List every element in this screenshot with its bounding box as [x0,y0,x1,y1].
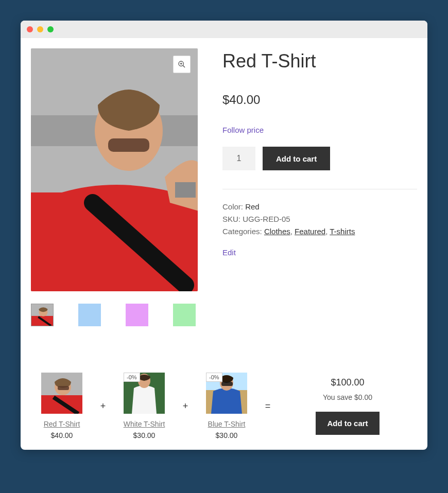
bundle-section: Red T-Shirt $40.00 + -0% White T-Shirt $… [31,373,417,439]
bundle-item-3: -0% Blue T-Shirt $30.00 [196,373,257,439]
product-price: $40.00 [222,93,417,107]
plus-operator-1: + [98,401,108,412]
thumbnail-red-photo [31,304,53,326]
svg-rect-5 [175,182,196,198]
meta-color-row: Color: Red [222,201,417,213]
window-close-button[interactable] [27,26,33,32]
meta-divider [222,189,417,189]
quantity-input[interactable] [222,147,255,170]
thumbnail-green[interactable] [173,304,196,326]
category-link-clothes[interactable]: Clothes [264,227,290,236]
meta-sku-value: UGG-RED-05 [243,215,290,223]
browser-window: Red T-Shirt $40.00 Follow price Add to c… [21,21,427,450]
bundle-image-3[interactable]: -0% [206,373,247,414]
svg-rect-24 [221,382,233,386]
product-meta: Color: Red SKU: UGG-RED-05 Categories: C… [222,201,417,238]
zoom-button[interactable] [173,56,191,73]
thumbnail-row [31,304,198,326]
bundle-price-2: $30.00 [113,431,175,439]
window-minimize-button[interactable] [37,26,43,32]
window-maximize-button[interactable] [47,26,54,32]
product-title: Red T-Shirt [222,50,417,72]
svg-rect-17 [58,386,69,390]
page-content: Red T-Shirt $40.00 Follow price Add to c… [21,38,427,450]
product-gallery [31,48,198,326]
window-titlebar [21,21,427,38]
product-main-image[interactable] [31,48,198,291]
svg-rect-4 [108,138,149,152]
bundle-photo-red [41,373,82,414]
thumbnail-pink[interactable] [126,304,148,326]
plus-operator-2: + [180,401,191,412]
product-main-row: Red T-Shirt $40.00 Follow price Add to c… [31,48,417,326]
add-to-cart-row: Add to cart [222,147,417,170]
product-photo-red-shirt [31,48,198,291]
meta-color-label: Color: [222,202,243,211]
bundle-price-3: $30.00 [196,431,257,439]
bundle-item-1: Red T-Shirt $40.00 [31,373,93,439]
bundle-item-2: -0% White T-Shirt $30.00 [113,373,175,439]
bundle-badge-2: -0% [124,373,140,382]
magnify-plus-icon [178,60,186,68]
edit-link[interactable]: Edit [222,248,417,257]
add-to-cart-button[interactable]: Add to cart [263,147,330,170]
bundle-name-3[interactable]: Blue T-Shirt [196,420,257,428]
thumbnail-blue[interactable] [78,304,101,326]
bundle-total: $100.00 You save $0.00 Add to cart [278,377,417,435]
meta-categories-label: Categories: [222,227,262,236]
thumbnail-red[interactable] [31,304,54,326]
svg-line-7 [183,65,185,67]
meta-color-value: Red [245,202,260,211]
follow-price-link[interactable]: Follow price [222,126,417,134]
bundle-badge-3: -0% [206,373,222,382]
meta-categories-row: Categories: Clothes, Featured, T-shirts [222,225,417,238]
bundle-price-1: $40.00 [31,431,93,439]
bundle-image-2[interactable]: -0% [124,373,165,414]
bundle-name-1[interactable]: Red T-Shirt [31,420,93,428]
category-link-featured[interactable]: Featured [295,227,325,236]
equals-operator: = [263,401,273,412]
bundle-image-1[interactable] [41,373,82,414]
bundle-name-2[interactable]: White T-Shirt [113,420,175,428]
bundle-total-price: $100.00 [278,377,417,388]
product-details: Red T-Shirt $40.00 Follow price Add to c… [222,48,417,326]
category-link-tshirts[interactable]: T-shirts [330,227,355,236]
meta-sku-label: SKU: [222,215,240,223]
meta-sku-row: SKU: UGG-RED-05 [222,213,417,225]
bundle-add-to-cart-button[interactable]: Add to cart [316,412,379,435]
bundle-save-text: You save $0.00 [278,393,417,401]
